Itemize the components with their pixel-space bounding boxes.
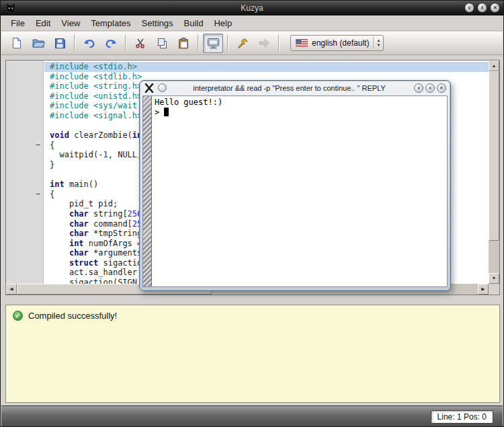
run-arrow-icon	[258, 38, 270, 48]
terminal-body[interactable]: Hello guest!:)>	[142, 95, 448, 287]
terminal-icon	[207, 38, 220, 49]
gutter-row	[6, 91, 43, 102]
wrench-icon	[237, 38, 249, 49]
toolbar-separator	[278, 35, 280, 51]
redo-button[interactable]	[101, 34, 121, 53]
gutter-row	[6, 121, 43, 131]
minimize-button[interactable]: ∨	[464, 3, 474, 13]
build-button[interactable]	[233, 34, 253, 53]
menu-item-file[interactable]: File	[5, 16, 30, 30]
editor-vscrollbar[interactable]: ▲ ▼	[489, 61, 499, 284]
fold-marker[interactable]: −	[6, 141, 43, 151]
menu-item-templates[interactable]: Templates	[85, 16, 136, 30]
terminal-title: interpretator && read -p "Press enter to…	[170, 81, 409, 95]
open-file-button[interactable]	[28, 34, 48, 53]
gutter-row	[6, 130, 43, 141]
gutter-row	[6, 248, 43, 258]
gutter-row	[6, 239, 43, 249]
compile-status: ✓ Compiled successfully!	[6, 305, 499, 326]
cut-button[interactable]	[130, 34, 151, 53]
app-window: Kuzya ∨∧✕ FileEditViewTemplatesSettingsB…	[0, 0, 504, 427]
vscroll-thumb[interactable]	[489, 71, 499, 241]
gutter-row	[6, 101, 43, 111]
success-check-icon: ✓	[13, 311, 23, 321]
terminal-controls: ∨∧✕	[414, 83, 446, 93]
gutter-row	[6, 268, 43, 278]
terminal-close-button[interactable]: ✕	[437, 83, 446, 93]
window-controls: ∨∧✕	[464, 3, 500, 13]
terminal-shade-button[interactable]: ∨	[414, 83, 423, 93]
gutter-row	[6, 219, 43, 229]
gutter-row	[6, 180, 43, 190]
copy-icon	[157, 38, 168, 49]
language-selector-arrows[interactable]: ▲ ▼	[373, 37, 380, 49]
gutter-row	[6, 278, 43, 284]
menubar: FileEditViewTemplatesSettingsBuildHelp	[1, 15, 503, 31]
toolbar-separator	[74, 35, 75, 51]
scrollbar-corner	[489, 284, 499, 295]
terminal-unshade-button[interactable]: ∧	[425, 83, 435, 93]
gutter-row	[6, 209, 43, 219]
gutter-row	[6, 229, 43, 239]
terminal-menu-button[interactable]	[158, 83, 167, 92]
terminal-titlebar[interactable]: interpretator && read -p "Press enter to…	[140, 81, 450, 95]
undo-button[interactable]	[79, 34, 99, 53]
copy-button[interactable]	[152, 34, 172, 53]
toolbar-separator	[227, 35, 228, 51]
scroll-down-icon[interactable]: ▼	[489, 273, 499, 284]
menu-item-help[interactable]: Help	[208, 16, 237, 30]
toolbar-separator	[198, 35, 199, 51]
open-folder-icon	[32, 38, 45, 48]
terminal-app-icon	[144, 83, 154, 93]
toolbar: english (default) ▲ ▼	[1, 32, 503, 55]
scroll-right-icon[interactable]: ▶	[478, 284, 489, 295]
code-line[interactable]: #include <stdio.h>	[44, 62, 489, 72]
menu-item-edit[interactable]: Edit	[30, 16, 56, 30]
menu-item-build[interactable]: Build	[179, 16, 209, 30]
paste-button[interactable]	[173, 34, 194, 53]
us-flag-icon	[296, 39, 308, 47]
undo-arrow-icon	[83, 38, 95, 48]
gutter-row	[6, 258, 43, 268]
caret-position: Line: 1 Pos: 0	[431, 410, 493, 424]
gutter-row	[6, 111, 43, 121]
terminal-scrollbar[interactable]	[143, 96, 152, 286]
scroll-up-icon[interactable]: ▲	[489, 61, 499, 71]
compile-message: Compiled successfully!	[28, 311, 117, 321]
run-button[interactable]	[254, 34, 274, 53]
terminal-toggle-button[interactable]	[203, 34, 223, 53]
terminal-cursor	[164, 108, 169, 116]
gutter-row	[6, 199, 43, 209]
terminal-line: >	[155, 108, 446, 118]
gutter-row	[6, 62, 43, 72]
gutter-row	[6, 160, 43, 170]
editor-gutter[interactable]: −−	[6, 61, 44, 284]
spinner-up-icon[interactable]: ▲	[376, 38, 380, 43]
terminal-line: Hello guest!:)	[155, 98, 446, 108]
fold-marker[interactable]: −	[6, 190, 43, 200]
new-file-icon	[11, 37, 23, 49]
gutter-row	[6, 170, 43, 180]
spinner-down-icon[interactable]: ▼	[376, 43, 380, 48]
statusbar: Line: 1 Pos: 0	[1, 405, 503, 427]
toolbar-separator	[125, 35, 126, 51]
save-icon	[54, 38, 66, 49]
gutter-row	[6, 72, 43, 82]
close-button[interactable]: ✕	[490, 3, 500, 13]
scroll-left-icon[interactable]: ◀	[6, 284, 17, 295]
gutter-row	[6, 81, 43, 91]
gutter-row	[6, 150, 43, 160]
maximize-button[interactable]: ∧	[477, 3, 487, 13]
titlebar[interactable]: Kuzya ∨∧✕	[1, 1, 503, 15]
output-panel: ✓ Compiled successfully!	[5, 305, 500, 403]
scissors-icon	[135, 38, 146, 48]
window-title: Kuzya	[1, 1, 503, 15]
menu-item-view[interactable]: View	[56, 16, 85, 30]
menu-item-settings[interactable]: Settings	[136, 16, 179, 30]
terminal-window[interactable]: interpretator && read -p "Press enter to…	[139, 80, 451, 291]
new-file-button[interactable]	[7, 34, 27, 53]
save-file-button[interactable]	[50, 34, 70, 53]
terminal-text[interactable]: Hello guest!:)>	[155, 98, 446, 285]
clipboard-paste-icon	[178, 38, 189, 49]
language-selector[interactable]: english (default) ▲ ▼	[290, 35, 384, 51]
